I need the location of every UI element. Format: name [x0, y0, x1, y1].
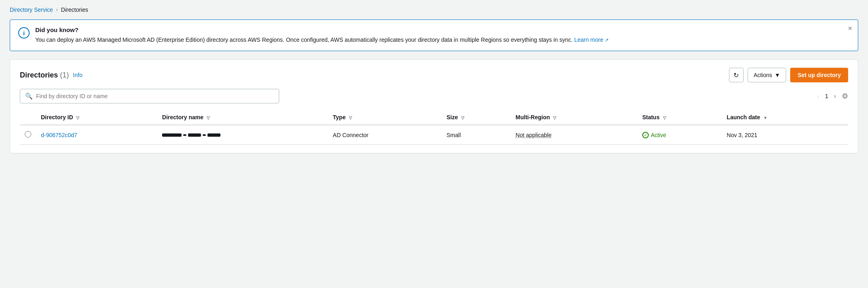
status-active: ✓ Active: [642, 132, 717, 138]
redacted-bar-2: [183, 134, 186, 136]
breadcrumb-separator: ›: [56, 7, 58, 13]
directory-name-redacted: [162, 133, 323, 137]
info-banner: i Did you know? You can deploy an AWS Ma…: [10, 19, 858, 51]
card-title-group: Directories (1) Info: [20, 71, 82, 80]
actions-button[interactable]: Actions ▼: [748, 68, 787, 82]
banner-learn-more-link[interactable]: Learn more↗: [574, 37, 609, 43]
table-header-row: Directory ID ▽ Directory name ▽ Type ▽ S…: [20, 110, 848, 125]
prev-page-button[interactable]: ‹: [816, 92, 821, 101]
setup-directory-button[interactable]: Set up directory: [790, 68, 848, 82]
breadcrumb: Directory Service › Directories: [10, 6, 858, 13]
card-actions: ↻ Actions ▼ Set up directory: [729, 68, 848, 82]
pagination-controls: ‹ 1 › ⚙: [816, 92, 848, 101]
row-status-cell: ✓ Active: [637, 125, 722, 145]
row-select-cell: [20, 125, 36, 145]
search-input[interactable]: [36, 93, 274, 99]
breadcrumb-current: Directories: [61, 6, 88, 13]
row-size-cell: Small: [442, 125, 511, 145]
status-active-icon: ✓: [642, 132, 649, 138]
table-settings-button[interactable]: ⚙: [842, 92, 848, 101]
page-number: 1: [825, 93, 828, 99]
col-status: Status ▽: [637, 110, 722, 125]
directories-table: Directory ID ▽ Directory name ▽ Type ▽ S…: [20, 110, 848, 145]
card-header: Directories (1) Info ↻ Actions ▼ Set up …: [20, 68, 848, 82]
card-title: Directories (1): [20, 71, 69, 80]
table-row: d-906752c0d7 AD Connector Small: [20, 125, 848, 145]
col-launch-date: Launch date ▼: [722, 110, 848, 125]
row-directory-name-cell: [157, 125, 328, 145]
row-radio[interactable]: [25, 131, 31, 138]
col-directory-name: Directory name ▽: [157, 110, 328, 125]
sort-icon-directory-name: ▽: [207, 116, 210, 120]
external-link-icon: ↗: [605, 37, 609, 43]
row-multi-region-cell: Not applicable: [511, 125, 637, 145]
banner-title: Did you know?: [35, 26, 850, 33]
sort-icon-size: ▽: [461, 116, 464, 120]
banner-close-button[interactable]: ×: [848, 25, 852, 32]
directories-card: Directories (1) Info ↻ Actions ▼ Set up …: [10, 59, 858, 153]
sort-icon-launch-date: ▼: [763, 116, 768, 120]
row-type-cell: AD Connector: [328, 125, 442, 145]
multi-region-value: Not applicable: [515, 132, 552, 138]
next-page-button[interactable]: ›: [832, 92, 838, 101]
actions-dropdown-icon: ▼: [775, 72, 780, 78]
refresh-icon: ↻: [733, 71, 739, 79]
breadcrumb-service-link[interactable]: Directory Service: [10, 6, 53, 13]
col-directory-id: Directory ID ▽: [36, 110, 157, 125]
banner-text: You can deploy an AWS Managed Microsoft …: [35, 36, 850, 44]
info-icon: i: [18, 27, 30, 39]
sort-icon-status: ▽: [663, 116, 666, 120]
status-active-label: Active: [651, 132, 666, 138]
info-link[interactable]: Info: [73, 72, 82, 78]
refresh-button[interactable]: ↻: [729, 68, 744, 82]
sort-icon-multi-region: ▽: [553, 116, 556, 120]
search-icon: 🔍: [25, 92, 33, 100]
redacted-bar-5: [207, 133, 220, 137]
banner-content: Did you know? You can deploy an AWS Mana…: [35, 26, 850, 44]
redacted-bar-3: [188, 133, 201, 137]
sort-icon-type: ▽: [349, 116, 352, 120]
card-count: (1): [60, 71, 69, 79]
redacted-bar-1: [162, 133, 182, 137]
sort-icon-directory-id: ▽: [76, 116, 79, 120]
directory-id-link[interactable]: d-906752c0d7: [41, 132, 77, 138]
col-select: [20, 110, 36, 125]
col-type: Type ▽: [328, 110, 442, 125]
col-multi-region: Multi-Region ▽: [511, 110, 637, 125]
row-directory-id-cell: d-906752c0d7: [36, 125, 157, 145]
redacted-bar-4: [203, 134, 206, 136]
row-launch-date-cell: Nov 3, 2021: [722, 125, 848, 145]
settings-icon: ⚙: [842, 92, 848, 101]
search-pagination-row: 🔍 ‹ 1 › ⚙: [20, 89, 848, 103]
search-box: 🔍: [20, 89, 279, 103]
col-size: Size ▽: [442, 110, 511, 125]
actions-label: Actions: [754, 72, 772, 78]
